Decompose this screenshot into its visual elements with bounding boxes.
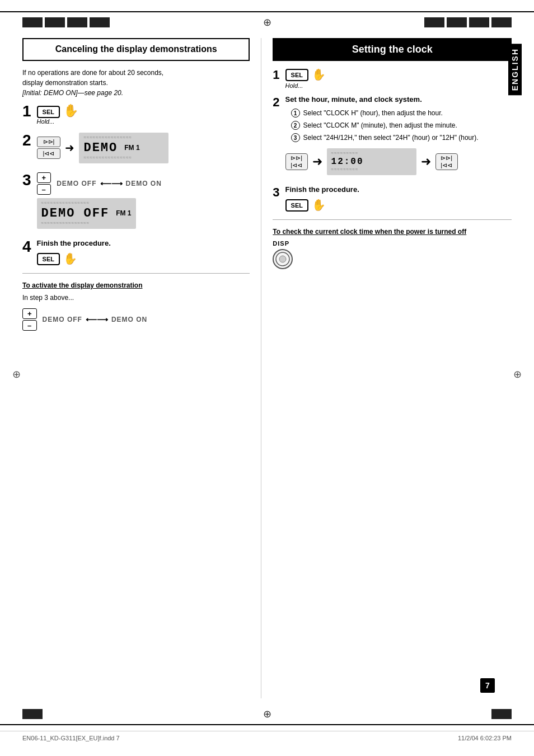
bottom-crosshair: ⊕ xyxy=(263,708,271,720)
english-sidebar: ENGLISH xyxy=(508,38,522,698)
right-step-1: 1 SEL ✋ Hold... xyxy=(273,68,512,90)
top-bar-block-5 xyxy=(424,17,444,27)
num-circle-3: 3 xyxy=(291,133,300,142)
display-demo-off-text: DEMO OFF xyxy=(41,206,110,220)
selector-knob-2b: |⊲⊲ xyxy=(37,148,61,159)
demo-arrow-1: ⟵⟶ xyxy=(100,179,123,188)
top-bar-block-7 xyxy=(469,17,489,27)
file-info: EN06-11_KD-G311[EX_EU]f.indd 7 xyxy=(22,735,120,741)
bottom-bar-block-2 xyxy=(491,709,512,719)
hand-icon-right-3: ✋ xyxy=(312,198,326,212)
page-bottom-bar: ⊕ xyxy=(0,704,534,725)
sel-button-right-3: SEL xyxy=(285,199,308,212)
step-2: 2 ⊳⊳| |⊲⊲ ➜ ≈≈≈≈≈≈≈≈≈≈≈≈≈≈≈≈ DEMO FM 1 xyxy=(22,133,250,167)
hold-label-right-1: Hold... xyxy=(285,82,303,89)
demo-on-label: DEMO ON xyxy=(126,180,162,187)
right-step-2-number: 2 xyxy=(273,95,279,110)
main-content: Canceling the display demonstrations If … xyxy=(0,32,534,704)
right-section-title-box: Setting the clock xyxy=(273,38,512,61)
display-fm-1: FM 1 xyxy=(124,144,139,152)
page-number: 7 xyxy=(480,678,495,693)
wavy-lines-top: ≈≈≈≈≈≈≈≈≈≈≈≈≈≈≈≈ xyxy=(83,135,132,140)
bottom-info-bar: EN06-11_KD-G311[EX_EU]f.indd 7 11/2/04 6… xyxy=(0,731,534,745)
step-1: 1 SEL ✋ Hold... xyxy=(22,104,250,127)
left-section-title: Canceling the display demonstrations xyxy=(30,44,242,55)
activate-section: To activate the display demonstration In… xyxy=(22,281,250,331)
wavy-lines-top-2: ≈≈≈≈≈≈≈≈≈≈≈≈≈≈≈≈ xyxy=(41,200,90,205)
knob-right: ⊳⊳||⊲⊲ xyxy=(435,153,458,170)
minus-button-activate: – xyxy=(22,320,37,331)
top-bar-block-3 xyxy=(67,17,87,27)
step-1-number: 1 xyxy=(22,104,31,119)
activate-heading: To activate the display demonstration xyxy=(22,281,250,289)
step-4-content: Finish the procedure. SEL ✋ xyxy=(37,239,250,265)
num-circle-2: 2 xyxy=(291,121,300,130)
top-bar-block-6 xyxy=(447,17,467,27)
right-section-title: Setting the clock xyxy=(280,44,504,55)
top-bar-right xyxy=(424,17,512,27)
check-clock-heading: To check the current clock time when the… xyxy=(273,228,512,236)
right-step-3-text: Finish the procedure. xyxy=(285,185,512,194)
clock-arrow-right-2: ➜ xyxy=(421,154,431,169)
num-circle-1: 1 xyxy=(291,109,300,118)
disp-button xyxy=(273,249,293,269)
svg-point-1 xyxy=(279,256,286,262)
top-bar-block-8 xyxy=(491,17,512,27)
step-2-item-1: 1 Select "CLOCK H" (hour), then adjust t… xyxy=(291,108,512,118)
display-fm-2: FM 1 xyxy=(116,209,131,217)
intro-text: If no operations are done for about 20 s… xyxy=(22,68,250,98)
sel-button-4: SEL xyxy=(37,253,60,265)
display-wrap-demo-off: ≈≈≈≈≈≈≈≈≈≈≈≈≈≈≈≈ DEMO OFF FM 1 ≈≈≈≈≈≈≈≈≈… xyxy=(37,198,250,229)
sel-button-right-1: SEL xyxy=(285,69,308,81)
display-screen-demo-off: ≈≈≈≈≈≈≈≈≈≈≈≈≈≈≈≈ DEMO OFF FM 1 ≈≈≈≈≈≈≈≈≈… xyxy=(37,198,136,229)
right-step-2: 2 Set the hour, minute, and clock system… xyxy=(273,95,512,180)
display-demo-text: DEMO xyxy=(83,141,118,155)
clock-diagram: ⊳⊳||⊲⊲ ➜ ≈≈≈≈≈≈≈≈≈ 12:00 ≈≈≈≈≈≈≈≈≈ ➜ ⊳⊳|… xyxy=(285,148,512,175)
hand-icon-right-1: ✋ xyxy=(312,68,326,81)
knob-left: ⊳⊳||⊲⊲ xyxy=(285,153,308,170)
right-step-3-number: 3 xyxy=(273,185,279,200)
bottom-bar-left xyxy=(22,709,43,719)
date-info: 11/2/04 6:02:23 PM xyxy=(458,735,512,741)
wavy-lines-bottom-2: ≈≈≈≈≈≈≈≈≈≈≈≈≈≈≈≈ xyxy=(41,220,90,226)
wavy-lines-bottom: ≈≈≈≈≈≈≈≈≈≈≈≈≈≈≈≈ xyxy=(83,155,132,160)
step-1-content: SEL ✋ Hold... xyxy=(37,104,250,127)
bottom-bar-right xyxy=(491,709,512,719)
page-top-bar: ⊕ xyxy=(0,11,534,32)
top-crosshair: ⊕ xyxy=(263,16,271,29)
left-column: Canceling the display demonstrations If … xyxy=(22,38,261,698)
step-3-content: + – DEMO OFF ⟵⟶ DEMO ON ≈≈≈≈≈≈≈≈≈≈≈≈≈≈≈≈ xyxy=(37,172,250,233)
selector-knob-2: ⊳⊳| xyxy=(37,137,61,147)
step-4: 4 Finish the procedure. SEL ✋ xyxy=(22,239,250,265)
right-separator xyxy=(273,219,512,220)
step-1-sel-diagram: SEL ✋ Hold... xyxy=(37,104,250,125)
left-reg-mark: ⊕ xyxy=(12,368,21,381)
left-section-title-box: Canceling the display demonstrations xyxy=(22,38,250,61)
plus-button: + xyxy=(37,172,51,183)
activate-step-text: In step 3 above... xyxy=(22,293,250,303)
step-2-item-2: 2 Select "CLOCK M" (minute), then adjust… xyxy=(291,120,512,130)
demo-arrow-activate: ⟵⟶ xyxy=(86,315,108,324)
step-4-text: Finish the procedure. xyxy=(37,239,250,247)
english-label: ENGLISH xyxy=(508,44,522,95)
top-bar-left xyxy=(22,17,110,27)
demo-off-label: DEMO OFF xyxy=(57,180,96,187)
bottom-bar-block-1 xyxy=(22,709,43,719)
clock-arrow-right: ➜ xyxy=(312,154,322,169)
right-column: ENGLISH Setting the clock 1 SEL ✋ Hold..… xyxy=(261,38,512,698)
top-bar-block-2 xyxy=(45,17,65,27)
step-2-content: ⊳⊳| |⊲⊲ ➜ ≈≈≈≈≈≈≈≈≈≈≈≈≈≈≈≈ DEMO FM 1 ≈≈≈… xyxy=(37,133,250,167)
clock-wavy-2: ≈≈≈≈≈≈≈≈≈ xyxy=(331,167,359,172)
activate-demo-on: DEMO ON xyxy=(111,316,147,323)
right-step-3-content: Finish the procedure. SEL ✋ xyxy=(285,185,512,212)
right-step-1-content: SEL ✋ Hold... xyxy=(285,68,512,90)
separator-1 xyxy=(22,273,250,274)
step-2-list: 1 Select "CLOCK H" (hour), then adjust t… xyxy=(291,108,512,143)
right-step-3: 3 Finish the procedure. SEL ✋ xyxy=(273,185,512,212)
right-step-2-text: Set the hour, minute, and clock system. xyxy=(285,95,512,104)
right-step-2-content: Set the hour, minute, and clock system. … xyxy=(285,95,512,180)
minus-button: – xyxy=(37,184,51,195)
clock-display: ≈≈≈≈≈≈≈≈≈ 12:00 ≈≈≈≈≈≈≈≈≈ xyxy=(327,148,416,175)
step-2-number: 2 xyxy=(22,133,31,148)
step-3-number: 3 xyxy=(22,172,31,188)
